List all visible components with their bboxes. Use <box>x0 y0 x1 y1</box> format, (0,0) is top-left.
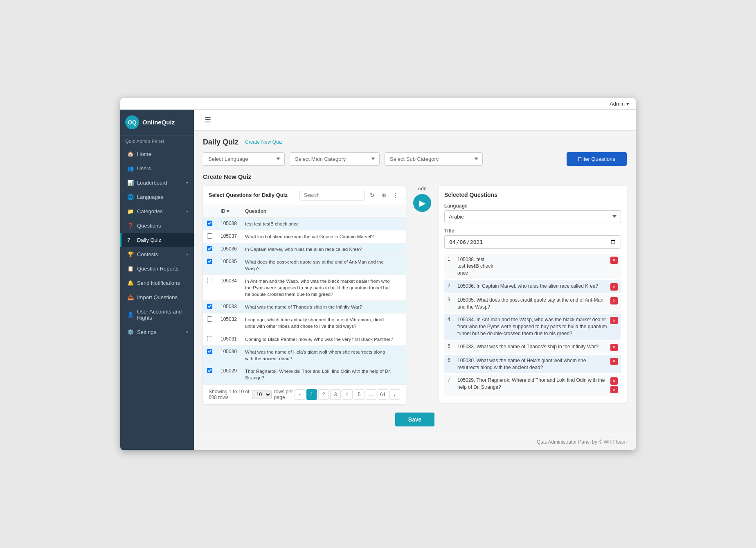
row-checkbox[interactable] <box>207 278 212 283</box>
reports-icon: 📋 <box>127 266 134 272</box>
sidebar-item-label: Question Reports <box>137 266 178 272</box>
row-checkbox[interactable] <box>207 316 212 322</box>
sidebar-item-categories[interactable]: 📁 Categories ▾ <box>120 204 194 219</box>
row-checkbox[interactable] <box>207 246 212 251</box>
remove-item-button[interactable]: ✕ <box>610 344 618 351</box>
row-id: 105033 <box>216 301 241 313</box>
row-question: In Captain Marvel, who rules the alien r… <box>241 243 398 255</box>
create-new-link[interactable]: Create New Quiz <box>245 139 282 145</box>
row-checkbox[interactable] <box>207 349 212 354</box>
sidebar-item-question-reports[interactable]: 📋 Question Reports <box>120 262 194 276</box>
row-checkbox[interactable] <box>207 304 212 309</box>
selected-list-item: 7.105029. Thor Ragnarok; Where did Thor … <box>444 374 621 396</box>
main-content: ☰ Daily Quiz Create New Quiz Select Lang… <box>194 110 636 450</box>
filter-row: Select Language Select Main Category Sel… <box>203 152 627 166</box>
language-form-group: Language Arabic <box>444 203 621 223</box>
row-checkbox[interactable] <box>207 233 212 239</box>
page-last-button[interactable]: 61 <box>378 389 388 400</box>
pagination-info: Showing 1 to 10 of 608 rows 10 25 50 row… <box>209 389 295 400</box>
item-number: 1. <box>448 256 454 262</box>
hamburger-icon[interactable]: ☰ <box>201 114 214 126</box>
sidebar-item-questions[interactable]: ❓ Questions <box>120 219 194 233</box>
page-2-button[interactable]: 2 <box>318 389 329 400</box>
sidebar-item-daily-quiz[interactable]: ? Daily Quiz <box>120 233 194 247</box>
quiz-left: Select Questions for Daily Quiz ↻ ⊞ ⋮ <box>203 186 406 405</box>
row-actions <box>398 230 406 243</box>
title-label: Title <box>444 228 621 234</box>
item-text: 105033. What was the name of Thanos's sh… <box>457 343 607 350</box>
page-header: Daily Quiz Create New Quiz <box>203 138 627 147</box>
col-actions <box>398 205 406 218</box>
date-input[interactable] <box>444 235 621 249</box>
table-row: 105031Coming to Black Panther movie, Who… <box>203 333 406 345</box>
row-checkbox[interactable] <box>207 221 212 226</box>
row-question: test test testB check once <box>241 217 398 230</box>
row-actions <box>398 365 406 384</box>
remove-item-button[interactable]: ✕ <box>610 297 618 304</box>
admin-bar: Admin ▾ <box>120 98 636 110</box>
search-input[interactable] <box>299 190 365 201</box>
remove-item-button[interactable]: ✕ <box>610 358 618 365</box>
remove-item-button[interactable]: ✕ <box>610 317 618 324</box>
item-text: 105036. In Captain Marvel, who rules the… <box>457 283 607 290</box>
add-questions-button[interactable]: ▶ <box>413 194 431 212</box>
row-id: 105038 <box>216 217 241 230</box>
filter-questions-button[interactable]: Filter Questions <box>567 152 627 166</box>
more-options-button[interactable]: ⋮ <box>391 190 400 200</box>
col-question: Question <box>241 205 398 218</box>
rows-per-page-select[interactable]: 10 25 50 <box>252 390 272 399</box>
page-1-button[interactable]: 1 <box>306 389 317 400</box>
save-button[interactable]: Save <box>395 413 435 426</box>
sidebar-item-languages[interactable]: 🌐 Languages <box>120 190 194 204</box>
row-checkbox[interactable] <box>207 259 212 264</box>
chevron-down-icon: ▾ <box>186 252 188 257</box>
remove-item-button[interactable]: ✕ <box>610 257 618 264</box>
sidebar-item-settings[interactable]: ⚙️ Settings ▾ <box>120 325 194 339</box>
languages-icon: 🌐 <box>127 194 134 200</box>
quiz-layout: Select Questions for Daily Quiz ↻ ⊞ ⋮ <box>203 186 627 405</box>
sub-category-select[interactable]: Select Sub Category <box>385 152 483 166</box>
card-header: Select Questions for Daily Quiz ↻ ⊞ ⋮ <box>203 186 406 205</box>
sidebar-item-label: Categories <box>137 208 163 214</box>
row-actions <box>398 301 406 313</box>
remove-item-button[interactable]: ✕ <box>610 283 618 291</box>
sidebar: OQ OnlineQuiz Quiz Admin Panel 🏠 Home 👥 … <box>120 110 194 450</box>
row-checkbox[interactable] <box>207 368 212 373</box>
section-title: Create New Quiz <box>203 173 627 180</box>
settings-icon: ⚙️ <box>127 329 134 335</box>
page-5-button[interactable]: 5 <box>354 389 364 400</box>
table-row: 105030What was the name of Hela's giant … <box>203 345 406 365</box>
refresh-button[interactable]: ↻ <box>368 190 376 200</box>
language-select[interactable]: Select Language <box>203 152 285 166</box>
remove-item-button[interactable]: ✕ <box>610 377 618 385</box>
admin-dropdown[interactable]: Admin ▾ <box>610 101 629 107</box>
questions-table: ID ▾ Question 105038test test testB chec… <box>203 205 406 385</box>
sidebar-item-home[interactable]: 🏠 Home <box>120 147 194 161</box>
item-number: 5. <box>448 343 454 349</box>
col-id[interactable]: ID ▾ <box>216 205 241 218</box>
page-3-button[interactable]: 3 <box>330 389 341 400</box>
main-category-select[interactable]: Select Main Category <box>290 152 380 166</box>
item-text: 105034. In Ant-man and the Wasp, who was… <box>457 316 607 337</box>
sidebar-item-user-accounts[interactable]: 👤 User Accounts and Rights <box>120 304 194 325</box>
sidebar-item-send-notifications[interactable]: 🔔 Send Notifications <box>120 276 194 290</box>
columns-button[interactable]: ⊞ <box>380 190 388 200</box>
import-icon: 📥 <box>127 294 134 300</box>
page-ellipsis: ... <box>366 389 376 400</box>
row-question: Long ago, which tribe actually shunned t… <box>241 313 398 333</box>
sidebar-item-leaderboard[interactable]: 📊 Leaderboard ▾ <box>120 176 194 190</box>
row-checkbox[interactable] <box>207 336 212 341</box>
page-4-button[interactable]: 4 <box>342 389 353 400</box>
rows-per-page-label: rows per page <box>274 389 295 400</box>
sidebar-item-users[interactable]: 👥 Users <box>120 161 194 176</box>
row-id: 105032 <box>216 313 241 333</box>
remove-item-button[interactable]: ✕ <box>610 386 618 393</box>
sidebar-item-import-questions[interactable]: 📥 Import Questions <box>120 290 194 304</box>
next-page-button[interactable]: › <box>389 389 400 400</box>
sidebar-item-label: User Accounts and Rights <box>137 309 188 321</box>
sidebar-item-contests[interactable]: 🏆 Contests ▾ <box>120 247 194 262</box>
language-dropdown[interactable]: Arabic <box>444 210 621 223</box>
leaderboard-icon: 📊 <box>127 180 134 186</box>
prev-page-button[interactable]: ‹ <box>295 389 305 400</box>
logo-icon: OQ <box>125 115 139 129</box>
